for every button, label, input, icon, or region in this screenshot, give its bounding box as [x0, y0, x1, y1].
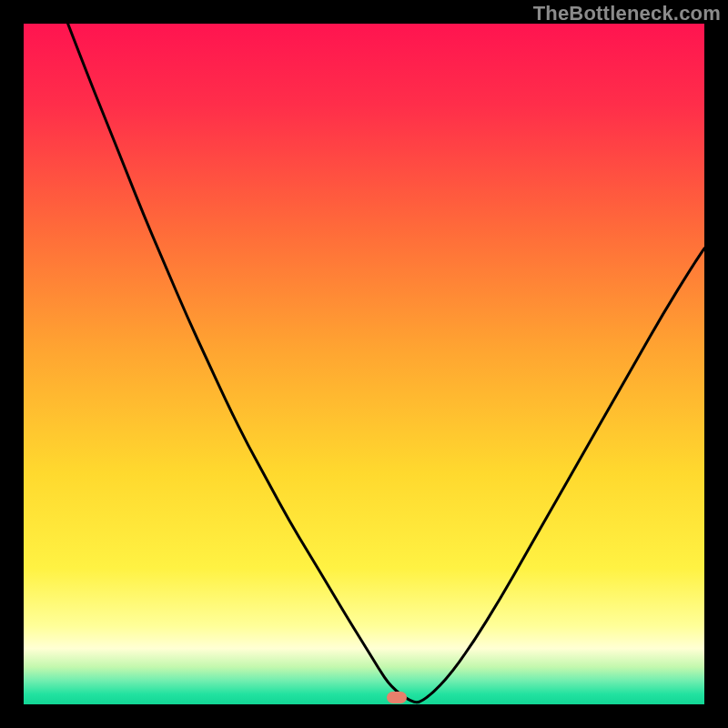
plot-area	[24, 24, 704, 704]
watermark-text: TheBottleneck.com	[533, 2, 721, 25]
optimal-point-marker	[387, 692, 407, 703]
chart-frame: TheBottleneck.com	[0, 0, 728, 728]
bottleneck-curve	[24, 24, 704, 704]
